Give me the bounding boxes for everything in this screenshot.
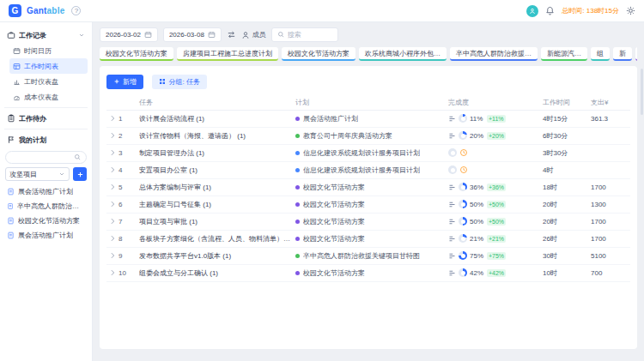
row-expand-icon[interactable] (106, 166, 118, 173)
table-row[interactable]: 2 设计宣传物料（海报、邀请函） (1) 教育公司十周年庆典活动方案 20% +… (106, 128, 630, 145)
sidebar-search-input[interactable] (10, 153, 70, 161)
sidebar-item-time-calendar[interactable]: 时间日历 (9, 43, 88, 58)
table-row[interactable]: 5 总体方案编制与评审 (1) 校园文化节活动方案 36% +36% 18时 1… (106, 179, 630, 196)
plan-cell[interactable]: 教育公司十周年庆典活动方案 (295, 131, 448, 141)
progress-percent: 50% (470, 218, 484, 226)
project-tag[interactable]: 校园文化节活动方案 (282, 47, 355, 61)
scrollbar[interactable] (641, 69, 643, 115)
task-name[interactable]: 安置项目办公室 (1) (139, 165, 295, 175)
member-filter[interactable]: 成员 (241, 30, 266, 39)
project-tag[interactable]: 新能源汽… (541, 47, 587, 61)
gantt-icon[interactable] (448, 218, 456, 226)
sidebar-item-cost-dashboard[interactable]: 成本仪表盘 (9, 89, 88, 105)
document-icon (7, 188, 15, 196)
row-expand-icon[interactable] (106, 149, 118, 156)
project-tag[interactable]: 房建项目工程施工总进度计划 (177, 47, 278, 61)
date-start-picker[interactable]: 2026-03-02 (100, 27, 158, 42)
toolbar-search[interactable] (271, 27, 338, 42)
sidebar-project-item[interactable]: 校园文化节活动方案 (4, 214, 88, 228)
sidebar-section-work-record[interactable]: 工作记录 (4, 27, 88, 43)
gantt-icon[interactable] (448, 235, 456, 243)
sidebar-section-todo[interactable]: 工作待办 (4, 111, 88, 126)
project-label: 展会活动推广计划 (18, 231, 73, 240)
row-expand-icon[interactable] (106, 115, 118, 122)
plan-cell[interactable]: 卒中高危人群防治救援关键项目甘特图 (295, 251, 448, 261)
task-name[interactable]: 项目立项与审批 (1) (139, 217, 295, 226)
table-row[interactable]: 10 组委会成立与分工确认 (1) 校园文化节活动方案 42% +42% 10时… (106, 265, 630, 282)
progress-percent: 42% (470, 269, 484, 277)
plan-cell[interactable]: 校园文化节活动方案 (295, 200, 448, 209)
gear-icon[interactable] (626, 6, 635, 15)
app-logo[interactable]: G (9, 4, 21, 17)
sidebar-project-item[interactable]: 卒中高危人群防治救援… (4, 199, 88, 214)
table-row[interactable]: 9 发布数据共享平台v1.0版本 (1) 卒中高危人群防治救援关键项目甘特图 7… (106, 248, 630, 265)
bell-icon[interactable] (545, 6, 555, 15)
add-project-button[interactable] (73, 167, 87, 181)
row-expand-icon[interactable] (106, 269, 118, 276)
table-row[interactable]: 1 设计展会活动流程 (1) 展会活动推广计划 11% +11% 4时15分 3… (106, 111, 630, 128)
column-progress[interactable]: 完成度 (448, 98, 543, 107)
plan-cell[interactable]: 校园文化节活动方案 (295, 217, 448, 226)
table-row[interactable]: 3 制定项目管理办法 (1) 信息化建设系统规划设计服务项目计划 3时30分 (106, 145, 630, 162)
help-icon[interactable]: ? (71, 6, 81, 15)
sidebar-project-item[interactable]: 展会活动推广计划 (4, 184, 88, 199)
sidebar-item-timesheet[interactable]: 工作时间表 (9, 58, 88, 74)
gantt-icon[interactable] (448, 252, 456, 260)
task-name[interactable]: 设计展会活动流程 (1) (139, 114, 295, 123)
table-row[interactable]: 8 各板块子方案细化（含流程、人员、物料清单） (1) 校园文化节活动方案 21… (106, 231, 630, 248)
task-name[interactable]: 总体方案编制与评审 (1) (139, 183, 295, 192)
table-row[interactable]: 7 项目立项与审批 (1) 校园文化节活动方案 50% +50% 20时 170… (106, 214, 630, 231)
task-name[interactable]: 主题确定与口号征集 (1) (139, 200, 295, 209)
plan-cell[interactable]: 校园文化节活动方案 (295, 234, 448, 244)
row-expand-icon[interactable] (106, 235, 118, 242)
plan-cell[interactable]: 校园文化节活动方案 (295, 268, 448, 278)
sidebar-item-hours-dashboard[interactable]: 工时仪表盘 (9, 74, 88, 89)
gantt-icon[interactable] (448, 132, 456, 140)
swap-icon[interactable] (227, 30, 236, 39)
gantt-icon[interactable] (448, 115, 456, 123)
gantt-icon[interactable] (448, 269, 456, 277)
progress-delta-badge: +50% (487, 218, 506, 226)
project-group-select[interactable]: 攻坚项目 (5, 167, 70, 181)
table-row[interactable]: 4 安置项目办公室 (1) 信息化建设系统规划设计服务项目计划 4时 (106, 162, 630, 179)
task-name[interactable]: 设计宣传物料（海报、邀请函） (1) (139, 131, 295, 141)
progress-percent: 11% (470, 115, 484, 123)
project-tag[interactable]: 欢乐杭商城小程序外包… (359, 47, 447, 61)
plan-cell[interactable]: 信息化建设系统规划设计服务项目计划 (295, 148, 448, 158)
row-expand-icon[interactable] (106, 252, 118, 259)
gantt-icon[interactable] (448, 201, 456, 208)
row-expand-icon[interactable] (106, 184, 118, 190)
person-icon (241, 31, 250, 39)
project-tag[interactable]: 校园文化节活动方案 (100, 47, 173, 61)
task-name[interactable]: 制定项目管理办法 (1) (139, 148, 295, 158)
toolbar-search-input[interactable] (288, 31, 332, 39)
column-plan[interactable]: 计划 (295, 98, 448, 107)
row-expand-icon[interactable] (106, 201, 118, 208)
project-tag[interactable]: 危 (635, 47, 637, 61)
group-by-button[interactable]: 分组: 任务 (152, 75, 206, 89)
date-end-picker[interactable]: 2026-03-08 (163, 27, 222, 42)
add-task-button[interactable]: 新增 (106, 75, 143, 89)
table-row[interactable]: 6 主题确定与口号征集 (1) 校园文化节活动方案 50% +50% 20时 1… (106, 196, 630, 214)
project-tag[interactable]: 新 (613, 47, 632, 61)
plan-cell[interactable]: 校园文化节活动方案 (295, 183, 448, 192)
user-avatar[interactable] (526, 5, 538, 17)
column-task[interactable]: 任务 (139, 98, 295, 107)
gantt-icon[interactable] (448, 184, 456, 191)
plan-cell[interactable]: 信息化建设系统规划设计服务项目计划 (295, 165, 448, 175)
task-name[interactable]: 发布数据共享平台v1.0版本 (1) (139, 251, 295, 261)
sidebar-project-item[interactable]: 展会活动推广计划 (4, 228, 88, 243)
project-tag[interactable]: 组 (591, 47, 610, 61)
task-name[interactable]: 各板块子方案细化（含流程、人员、物料清单） (1) (139, 234, 295, 244)
project-label: 展会活动推广计划 (18, 187, 73, 196)
progress-delta-badge: +50% (487, 201, 506, 208)
project-tag[interactable]: 卒中高危人群防治救援… (450, 47, 538, 61)
row-expand-icon[interactable] (106, 132, 118, 139)
column-expense[interactable]: 支出¥ (591, 98, 630, 107)
sidebar-search[interactable] (5, 151, 87, 164)
plan-cell[interactable]: 展会活动推广计划 (295, 114, 448, 123)
sidebar-section-my-plan[interactable]: 我的计划 (4, 132, 88, 147)
task-name[interactable]: 组委会成立与分工确认 (1) (139, 268, 295, 278)
row-expand-icon[interactable] (106, 218, 118, 225)
column-time[interactable]: 工作时间 (543, 98, 591, 107)
